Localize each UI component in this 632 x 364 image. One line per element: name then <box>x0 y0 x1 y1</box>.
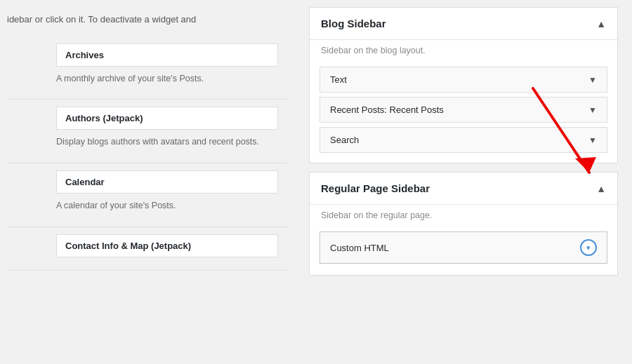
regular-sidebar-title: Regular Page Sidebar <box>321 182 430 194</box>
blog-widget-recent-posts[interactable]: Recent Posts: Recent Posts ▼ <box>320 97 607 123</box>
regular-sidebar-collapse-icon[interactable]: ▲ <box>596 183 606 194</box>
widget-desc-authors: Display blogs authors with avatars and r… <box>56 135 278 156</box>
widget-desc-archives: A monthly archive of your site's Posts. <box>56 72 278 93</box>
blog-sidebar-subtitle: Sidebar on the blog layout. <box>310 40 617 62</box>
widget-desc-calendar: A calendar of your site's Posts. <box>56 199 278 220</box>
regular-sidebar-section: Regular Page Sidebar ▲ Sidebar on the re… <box>309 172 618 276</box>
blog-sidebar-collapse-icon[interactable]: ▲ <box>596 18 606 29</box>
drag-handle-contact[interactable] <box>7 227 56 247</box>
widget-list: Archives A monthly archive of your site'… <box>0 36 295 271</box>
regular-sidebar-subtitle: Sidebar on the regular page. <box>310 205 617 227</box>
widget-title-contact[interactable]: Contact Info & Map (Jetpack) <box>56 234 278 257</box>
blog-sidebar-title: Blog Sidebar <box>321 18 386 29</box>
blog-widget-search-label: Search <box>330 135 359 145</box>
list-item: Contact Info & Map (Jetpack) <box>7 227 288 271</box>
drag-handle-archives[interactable] <box>7 36 56 56</box>
right-panel: Blog Sidebar ▲ Sidebar on the blog layou… <box>309 7 618 276</box>
blog-sidebar-section: Blog Sidebar ▲ Sidebar on the blog layou… <box>309 7 618 163</box>
chevron-down-icon: ▼ <box>588 135 597 145</box>
left-panel: idebar or click on it. To deactivate a w… <box>0 0 295 364</box>
blog-widget-recent-posts-label: Recent Posts: Recent Posts <box>330 105 444 115</box>
chevron-down-icon: ▼ <box>588 75 597 85</box>
widget-title-calendar[interactable]: Calendar <box>56 170 278 194</box>
blog-widget-search[interactable]: Search ▼ <box>320 127 607 153</box>
regular-widget-custom-html[interactable]: Custom HTML ▾ <box>320 231 607 264</box>
instruction-text: idebar or click on it. To deactivate a w… <box>0 0 295 36</box>
chevron-down-icon[interactable]: ▾ <box>580 239 597 256</box>
blog-widget-text[interactable]: Text ▼ <box>320 67 607 93</box>
drag-handle-calendar[interactable] <box>7 163 56 183</box>
regular-sidebar-header[interactable]: Regular Page Sidebar ▲ <box>310 173 617 205</box>
drag-handle-authors[interactable] <box>7 100 56 119</box>
blog-widget-text-label: Text <box>330 74 347 85</box>
widget-content-archives: Archives A monthly archive of your site'… <box>56 36 288 100</box>
widget-title-archives[interactable]: Archives <box>56 43 278 67</box>
widget-content-authors: Authors (Jetpack) Display blogs authors … <box>56 100 288 163</box>
list-item: Authors (Jetpack) Display blogs authors … <box>7 100 288 163</box>
list-item: Archives A monthly archive of your site'… <box>7 36 288 100</box>
list-item: Calendar A calendar of your site's Posts… <box>7 163 288 227</box>
regular-widget-custom-html-label: Custom HTML <box>330 243 389 253</box>
chevron-down-icon: ▼ <box>588 105 597 115</box>
widget-content-calendar: Calendar A calendar of your site's Posts… <box>56 163 288 227</box>
widget-content-contact: Contact Info & Map (Jetpack) <box>56 227 288 270</box>
blog-sidebar-header[interactable]: Blog Sidebar ▲ <box>310 8 617 40</box>
widget-title-authors[interactable]: Authors (Jetpack) <box>56 107 278 130</box>
